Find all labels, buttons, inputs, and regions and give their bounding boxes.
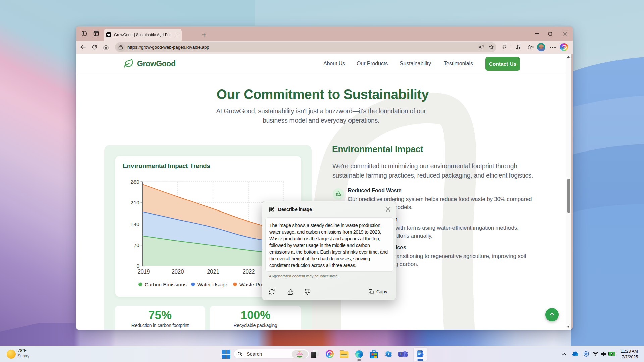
svg-text:2022: 2022: [243, 268, 255, 275]
svg-text:2021: 2021: [207, 268, 219, 275]
svg-text:0: 0: [136, 263, 139, 269]
svg-text:280: 280: [130, 179, 139, 185]
svg-text:2020: 2020: [172, 268, 184, 275]
svg-text:140: 140: [130, 221, 139, 227]
svg-text:Water Usage: Water Usage: [197, 282, 227, 287]
svg-text:210: 210: [130, 200, 139, 205]
svg-text:Carbon Emissions: Carbon Emissions: [145, 282, 187, 287]
svg-text:2019: 2019: [138, 268, 150, 275]
svg-text:70: 70: [133, 242, 140, 248]
